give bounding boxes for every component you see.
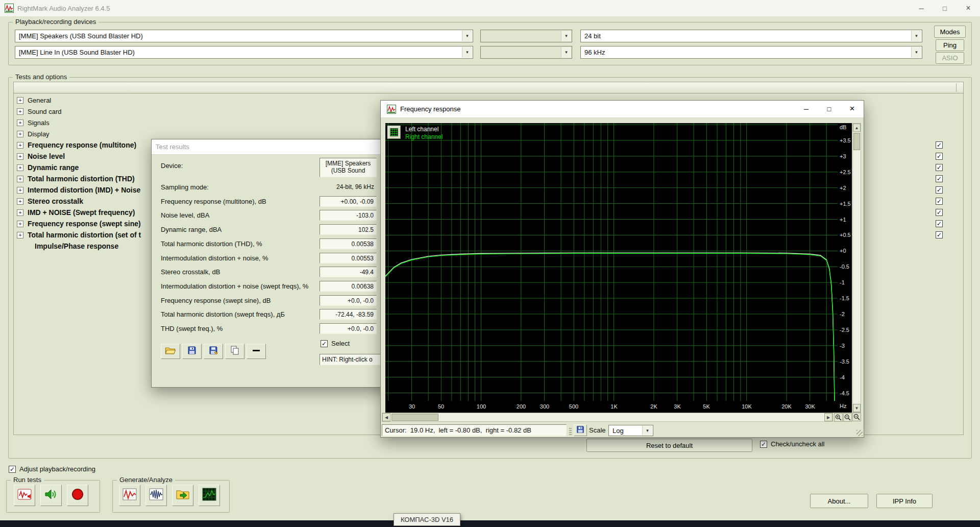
recording-extra-combo[interactable]: ▼ <box>480 46 572 59</box>
adjust-checkbox[interactable]: ✓ <box>9 466 16 473</box>
expand-icon[interactable]: + <box>17 232 23 238</box>
open-analyze-file-button[interactable] <box>172 485 193 506</box>
h-scroll-thumb[interactable] <box>391 414 438 421</box>
x-tick-label: 50 <box>438 403 444 410</box>
test-enabled-checkbox[interactable]: ✓ <box>936 220 943 227</box>
expand-icon[interactable]: + <box>17 209 23 216</box>
expand-icon[interactable]: + <box>17 198 23 205</box>
generate-signal-button[interactable] <box>119 485 140 506</box>
adjust-playback-recording[interactable]: ✓ Adjust playback/recording <box>9 465 95 473</box>
resize-grip[interactable] <box>856 430 863 436</box>
chevron-down-icon[interactable]: ▼ <box>462 47 472 58</box>
asio-button[interactable]: ASIO <box>936 52 964 64</box>
fr-maximize-button[interactable]: □ <box>818 101 841 117</box>
expand-icon[interactable]: + <box>17 108 23 115</box>
fr-minimize-button[interactable]: ─ <box>795 101 818 117</box>
recording-device-combo[interactable]: [MME] Line In (USB Sound Blaster HD) ▼ <box>15 46 473 59</box>
status-grip[interactable] <box>569 427 572 435</box>
y-tick-label: -1.5 <box>840 295 849 301</box>
scroll-down-button[interactable]: ▼ <box>853 404 861 412</box>
expand-icon[interactable]: + <box>17 153 23 160</box>
result-row-label: Intermodulation distortion + noise (swep… <box>161 282 308 290</box>
zoom-out-button[interactable] <box>843 413 852 422</box>
test-enabled-checkbox[interactable]: ✓ <box>936 186 943 194</box>
fr-save-button[interactable] <box>574 424 587 436</box>
scale-combo[interactable]: Log ▼ <box>608 425 653 436</box>
run-test-button[interactable] <box>14 485 35 506</box>
result-row-value: +0.0, -0.0 <box>320 323 377 334</box>
fr-vertical-scrollbar[interactable]: ▲ ▼ <box>852 123 861 413</box>
result-row-value: -72.44, -83.59 <box>320 309 377 320</box>
fr-close-button[interactable]: × <box>841 101 864 117</box>
chevron-down-icon[interactable]: ▼ <box>462 31 472 41</box>
chevron-down-icon[interactable]: ▼ <box>561 31 571 41</box>
expand-icon[interactable]: + <box>17 221 23 227</box>
select-option[interactable]: ✓ Select <box>321 340 350 347</box>
reset-default-button[interactable]: Reset to default <box>586 439 752 452</box>
taskbar[interactable] <box>0 520 980 527</box>
zoom-reset-button[interactable] <box>852 413 861 421</box>
minimize-button[interactable]: ─ <box>910 0 933 16</box>
test-enabled-checkbox[interactable]: ✓ <box>936 141 943 149</box>
chevron-down-icon[interactable]: ▼ <box>561 47 571 58</box>
maximize-button[interactable]: □ <box>933 0 957 16</box>
expand-icon[interactable]: + <box>17 142 23 149</box>
zoom-in-button[interactable] <box>834 413 843 422</box>
scroll-left-button[interactable]: ◀ <box>382 413 390 421</box>
y-tick-label: -2 <box>840 311 845 317</box>
expand-icon[interactable]: + <box>17 97 23 104</box>
result-row-label: Noise level, dBA <box>161 211 209 219</box>
ipp-info-button[interactable]: IPP Info <box>876 494 933 508</box>
playback-device-combo[interactable]: [MME] Speakers (USB Sound Blaster HD) ▼ <box>15 30 473 42</box>
close-button[interactable]: × <box>957 0 980 16</box>
record-button[interactable] <box>67 485 88 506</box>
modes-button[interactable]: Modes <box>934 26 966 38</box>
test-enabled-checkbox[interactable]: ✓ <box>936 164 943 171</box>
expand-icon[interactable]: + <box>17 131 23 137</box>
about-button[interactable]: About... <box>810 494 868 508</box>
bit-depth-combo[interactable]: 24 bit ▼ <box>580 30 922 42</box>
fr-horizontal-scrollbar[interactable]: ◀ ▶ <box>382 413 833 422</box>
test-item-label: Impulse/Phase response <box>35 242 118 250</box>
v-scroll-thumb[interactable] <box>853 133 860 150</box>
select-checkbox[interactable]: ✓ <box>321 340 328 347</box>
x-tick-label: 5K <box>703 403 709 410</box>
sample-rate-combo[interactable]: 96 kHz ▼ <box>580 46 922 59</box>
copy-results-button[interactable] <box>225 344 244 359</box>
expand-icon[interactable]: + <box>17 119 23 126</box>
spectrum-analyzer-button[interactable] <box>199 485 220 506</box>
fr-plot-canvas[interactable]: Left channelRight channel dB Hz +3.5+3+2… <box>385 123 852 413</box>
device-value-line2: (USB Sound <box>320 167 376 174</box>
scroll-right-button[interactable]: ▶ <box>824 413 832 421</box>
save-as-icon <box>209 346 218 357</box>
ping-button[interactable]: Ping <box>936 39 964 51</box>
chevron-down-icon[interactable]: ▼ <box>642 426 652 435</box>
save-results-button[interactable] <box>182 344 202 359</box>
expand-icon[interactable]: + <box>17 187 23 194</box>
check-all-label: Check/uncheck all <box>771 440 825 448</box>
playback-extra-combo[interactable]: ▼ <box>480 30 572 42</box>
chevron-down-icon[interactable]: ▼ <box>911 31 921 41</box>
device-value-box: [MME] Speakers (USB Sound <box>320 158 377 177</box>
cursor-status-box: Cursor: 19.0 Hz, left = -0.80 dB, right … <box>382 424 567 436</box>
playback-device-value: [MME] Speakers (USB Sound Blaster HD) <box>19 32 143 40</box>
test-enabled-checkbox[interactable]: ✓ <box>936 175 943 182</box>
result-row-value: 0.00538 <box>320 238 377 249</box>
test-item-label: Intermod distortion (IMD) + Noise <box>28 186 140 194</box>
check-all-checkbox[interactable]: ✓ <box>760 441 767 448</box>
chevron-down-icon[interactable]: ▼ <box>911 47 921 58</box>
save-as-button[interactable] <box>204 344 223 359</box>
analyze-wave-button[interactable] <box>145 485 167 506</box>
play-sound-button[interactable] <box>40 485 62 506</box>
test-enabled-checkbox[interactable]: ✓ <box>936 231 943 238</box>
remove-result-button[interactable] <box>247 344 266 359</box>
expand-icon[interactable]: + <box>17 176 23 182</box>
test-enabled-checkbox[interactable]: ✓ <box>936 209 943 216</box>
test-enabled-checkbox[interactable]: ✓ <box>936 198 943 205</box>
test-enabled-checkbox[interactable]: ✓ <box>936 153 943 160</box>
check-uncheck-all[interactable]: ✓ Check/uncheck all <box>760 440 825 448</box>
result-row-value: -49.4 <box>320 267 377 277</box>
open-results-button[interactable] <box>161 344 180 359</box>
scroll-up-button[interactable]: ▲ <box>853 124 861 132</box>
expand-icon[interactable]: + <box>17 164 23 171</box>
